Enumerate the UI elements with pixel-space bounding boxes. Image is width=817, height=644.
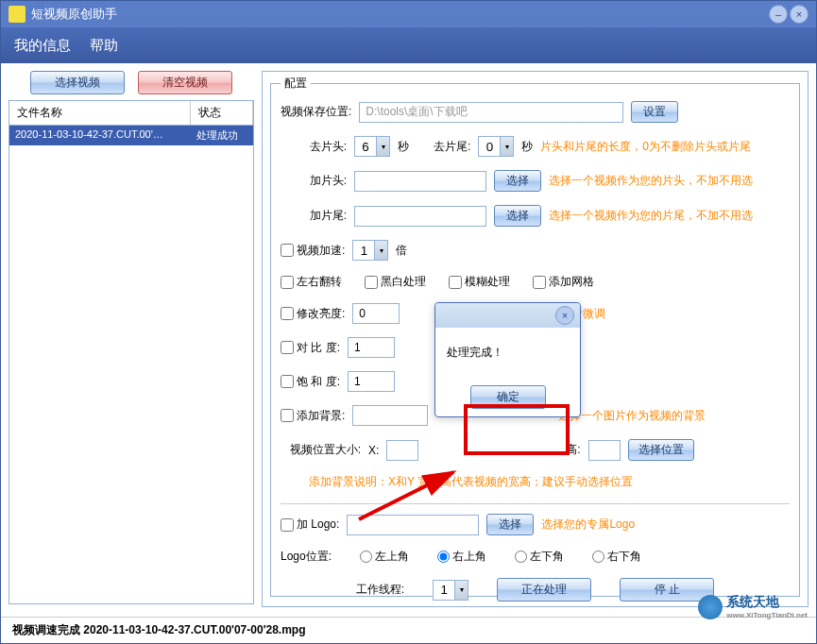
logo-bl-radio[interactable] xyxy=(515,551,527,563)
brightness-input[interactable] xyxy=(352,303,400,324)
message-dialog: × 处理完成！ 确定 xyxy=(434,302,581,417)
set-path-button[interactable]: 设置 xyxy=(631,101,678,123)
watermark-brand: 系统天地 xyxy=(726,594,779,609)
config-legend: 配置 xyxy=(281,76,311,92)
logo-button[interactable]: 选择 xyxy=(486,514,534,535)
window-controls: – × xyxy=(769,5,808,24)
app-icon xyxy=(9,6,26,23)
left-panel: 选择视频 清空视频 文件名称 状态 2020-11-03-10-42-37.CU… xyxy=(9,71,254,609)
cut-hint: 片头和片尾的长度，0为不删除片头或片尾 xyxy=(540,139,751,155)
dialog-message: 处理完成！ xyxy=(435,328,580,378)
col-status-header[interactable]: 状态 xyxy=(191,101,253,125)
grid-checkbox[interactable] xyxy=(533,276,546,289)
statusbar: 视频调速完成 2020-11-03-10-42-37.CUT.00'07-00'… xyxy=(1,617,816,643)
save-path-label: 视频保存位置: xyxy=(281,104,351,120)
pos-h-label: 高: xyxy=(566,442,580,458)
speed-label: 视频加速: xyxy=(297,243,345,259)
watermark-url: www.XiTongTianDi.net xyxy=(726,611,808,619)
bg-checkbox[interactable] xyxy=(281,409,294,422)
cut-tail-label: 去片尾: xyxy=(434,139,470,155)
cut-head-unit: 秒 xyxy=(398,139,409,155)
logo-label: 加 Logo: xyxy=(297,517,339,533)
close-button[interactable]: × xyxy=(790,5,808,24)
cut-head-spinner[interactable]: ▾ xyxy=(377,136,390,157)
threads-label: 工作线程: xyxy=(356,582,404,598)
saturation-label: 饱 和 度: xyxy=(297,374,340,390)
cut-tail-input[interactable] xyxy=(478,136,501,157)
grid-label: 添加网格 xyxy=(549,274,594,290)
pos-x-input[interactable] xyxy=(386,440,418,461)
menubar: 我的信息 帮助 xyxy=(1,27,816,63)
brightness-checkbox[interactable] xyxy=(281,307,294,320)
pos-x-label: X: xyxy=(368,444,379,457)
cut-tail-unit: 秒 xyxy=(521,139,533,155)
contrast-input[interactable] xyxy=(348,337,395,358)
select-pos-button[interactable]: 选择位置 xyxy=(628,439,694,461)
add-tail-button[interactable]: 选择 xyxy=(494,205,541,227)
add-head-label: 加片头: xyxy=(281,173,347,189)
add-tail-label: 加片尾: xyxy=(281,208,347,224)
brightness-label: 修改亮度: xyxy=(297,306,345,322)
select-video-button[interactable]: 选择视频 xyxy=(30,71,125,94)
cut-head-input[interactable] xyxy=(354,136,377,157)
list-item-status: 处理成功 xyxy=(191,126,253,145)
menu-my-info[interactable]: 我的信息 xyxy=(14,37,71,55)
add-tail-hint: 选择一个视频作为您的片尾，不加不用选 xyxy=(549,208,753,224)
speed-spinner[interactable]: ▾ xyxy=(375,240,388,261)
pos-h-input[interactable] xyxy=(588,440,621,461)
speed-input[interactable] xyxy=(352,240,375,261)
logo-hint: 选择您的专属Logo xyxy=(541,517,635,533)
minimize-button[interactable]: – xyxy=(769,5,788,24)
bw-checkbox[interactable] xyxy=(365,276,378,289)
add-tail-input[interactable] xyxy=(354,206,486,227)
logo-br-radio[interactable] xyxy=(592,551,604,563)
dialog-ok-button[interactable]: 确定 xyxy=(470,385,546,409)
saturation-checkbox[interactable] xyxy=(281,375,294,388)
blur-label: 模糊处理 xyxy=(465,274,510,290)
clear-video-button[interactable]: 清空视频 xyxy=(138,71,232,94)
processing-button[interactable]: 正在处理 xyxy=(497,578,591,602)
logo-tr-radio[interactable] xyxy=(437,551,450,563)
save-path-input[interactable] xyxy=(359,102,623,123)
flip-label: 左右翻转 xyxy=(297,274,342,290)
status-text: 视频调速完成 2020-11-03-10-42-37.CUT.00'07-00'… xyxy=(12,622,306,638)
pos-label: 视频位置大小: xyxy=(281,442,361,458)
contrast-label: 对 比 度: xyxy=(297,340,340,356)
logo-pos-label: Logo位置: xyxy=(281,549,332,565)
dialog-titlebar[interactable]: × xyxy=(435,303,580,328)
divider xyxy=(281,503,790,504)
bw-label: 黑白处理 xyxy=(381,274,426,290)
watermark: 系统天地 www.XiTongTianDi.net xyxy=(698,594,808,619)
saturation-input[interactable] xyxy=(348,371,395,392)
threads-spinner[interactable]: ▾ xyxy=(455,580,468,601)
speed-checkbox[interactable] xyxy=(281,244,294,257)
add-head-input[interactable] xyxy=(354,171,486,192)
add-head-button[interactable]: 选择 xyxy=(494,170,541,192)
logo-checkbox[interactable] xyxy=(281,518,294,532)
add-head-hint: 选择一个视频作为您的片头，不加不用选 xyxy=(549,173,753,189)
bg-input[interactable] xyxy=(352,405,428,426)
contrast-checkbox[interactable] xyxy=(281,341,294,354)
threads-input[interactable] xyxy=(433,580,455,601)
dialog-close-button[interactable]: × xyxy=(555,306,574,325)
list-header: 文件名称 状态 xyxy=(9,101,253,126)
speed-unit: 倍 xyxy=(396,243,407,259)
menu-help[interactable]: 帮助 xyxy=(90,37,118,55)
list-item-name: 2020-11-03-10-42-37.CUT.00'… xyxy=(9,126,191,145)
col-filename-header[interactable]: 文件名称 xyxy=(9,101,191,125)
logo-tl-radio[interactable] xyxy=(360,551,372,563)
cut-tail-spinner[interactable]: ▾ xyxy=(501,136,514,157)
cut-head-label: 去片头: xyxy=(281,139,347,155)
app-window: 短视频原创助手 – × 我的信息 帮助 选择视频 清空视频 文件名称 状态 20… xyxy=(0,0,817,644)
watermark-globe-icon xyxy=(698,595,723,619)
pos-hint: 添加背景说明：X和Y 宽和高代表视频的宽高；建议手动选择位置 xyxy=(309,474,633,490)
bg-label: 添加背景: xyxy=(297,408,345,424)
video-list: 文件名称 状态 2020-11-03-10-42-37.CUT.00'… 处理成… xyxy=(9,100,254,604)
flip-checkbox[interactable] xyxy=(281,276,294,289)
titlebar[interactable]: 短视频原创助手 – × xyxy=(1,1,816,27)
content-area: 选择视频 清空视频 文件名称 状态 2020-11-03-10-42-37.CU… xyxy=(1,63,816,617)
logo-input[interactable] xyxy=(347,515,479,535)
blur-checkbox[interactable] xyxy=(449,276,462,289)
left-toolbar: 选择视频 清空视频 xyxy=(9,71,254,94)
list-item[interactable]: 2020-11-03-10-42-37.CUT.00'… 处理成功 xyxy=(9,126,253,145)
